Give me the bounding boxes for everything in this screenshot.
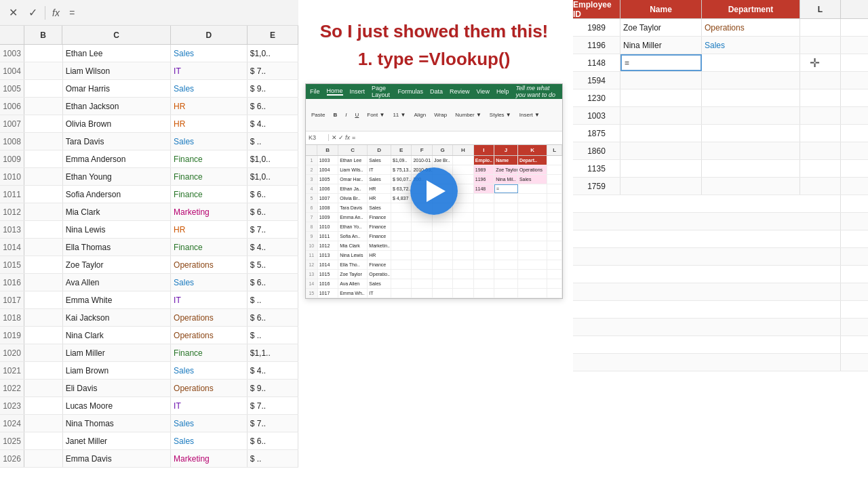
col-header-l[interactable]: L — [800, 0, 841, 18]
ribbon-tab-formulas[interactable]: Formulas — [397, 88, 423, 95]
table-row[interactable]: 1018Kai JacksonOperations$ 6.. — [0, 309, 298, 327]
mini-table-row[interactable]: 1 1003 Ethan Lee Sales $1,09.. 2010-01 J… — [306, 156, 562, 165]
mini-col-j[interactable]: J — [494, 145, 518, 155]
col-header-i[interactable]: Employee ID — [573, 0, 620, 18]
ribbon-btn-styles[interactable]: Styles ▼ — [487, 110, 514, 119]
overlay-title-line2: 1. type =Vlookup() — [358, 49, 511, 70]
ribbon-btn-underline[interactable]: U — [352, 110, 361, 119]
mini-formula-bar: K3 ✕ ✓ fx = — [306, 131, 562, 145]
table-row[interactable]: 1004Liam WilsonIT$ 7.. — [0, 62, 298, 80]
mini-table-row[interactable]: 12 1014 Ella Tho.. Finance — [306, 260, 562, 270]
mini-row-header — [306, 145, 317, 155]
table-row[interactable]: 1148 = ✛ — [573, 54, 868, 72]
ribbon-btn-wrap[interactable]: Wrap — [431, 110, 450, 119]
confirm-button[interactable]: ✓ — [25, 5, 41, 20]
ribbon-tab-file[interactable]: File — [310, 88, 320, 95]
ribbon-tab-pagelayout[interactable]: Page Layout — [372, 85, 391, 98]
mini-col-b[interactable]: B — [317, 145, 338, 155]
mini-confirm-btn[interactable]: ✓ — [338, 134, 344, 141]
formula-bar-separator — [45, 6, 45, 20]
ribbon-tab-help[interactable]: Help — [496, 88, 509, 95]
table-row[interactable]: 1003 — [573, 107, 868, 125]
mini-col-i[interactable]: I — [474, 145, 494, 155]
mini-col-headers: B C D E F G H I J K L — [306, 145, 562, 156]
table-row[interactable]: 1022Eli DavisOperations$ 9.. — [0, 380, 298, 397]
table-row[interactable]: 1020Liam MillerFinance$1,1.. — [0, 344, 298, 362]
ribbon-tab-home[interactable]: Home — [327, 87, 343, 96]
mini-table-row[interactable]: 13 1015 Zoe Taylor Operatio.. — [306, 270, 562, 279]
table-row[interactable]: 1021Liam BrownSales$ 4.. — [0, 362, 298, 380]
table-row[interactable]: 1009Emma AndersonFinance$1,0.. — [0, 150, 298, 168]
ribbon-tab-view[interactable]: View — [477, 88, 490, 95]
mini-col-g[interactable]: G — [433, 145, 453, 155]
ribbon-btn-number[interactable]: Number ▼ — [452, 110, 484, 119]
mini-table-row[interactable]: 11 1013 Nina Lewis HR — [306, 251, 562, 260]
table-row — [573, 354, 868, 371]
table-row[interactable]: 1026Emma DavisMarketing$ .. — [0, 450, 298, 468]
cancel-button[interactable]: ✕ — [5, 5, 21, 20]
play-button[interactable] — [410, 167, 458, 215]
formula-input[interactable] — [81, 7, 293, 18]
mini-col-f[interactable]: F — [412, 145, 432, 155]
table-row[interactable]: 1860 — [573, 142, 868, 160]
ribbon-btn-bold[interactable]: B — [330, 110, 340, 119]
mini-table-row[interactable]: 10 1012 Mia Clark Marketin.. — [306, 241, 562, 251]
table-row[interactable]: 1005Omar HarrisSales$ 9.. — [0, 80, 298, 98]
ribbon-btn-paste[interactable]: Paste — [309, 110, 328, 119]
ribbon-btn-font[interactable]: Font ▼ — [364, 110, 387, 119]
mini-table-row[interactable]: 15 1017 Emma Wh.. IT — [306, 289, 562, 298]
mini-col-c[interactable]: C — [338, 145, 368, 155]
play-triangle-icon — [427, 180, 446, 202]
col-header-e[interactable]: E — [248, 26, 298, 44]
mini-col-e[interactable]: E — [391, 145, 412, 155]
mini-table-row[interactable]: 9 1011 Sofia An.. Finance — [306, 232, 562, 241]
table-row[interactable]: 1135 — [573, 160, 868, 178]
cursor-icon: ✛ — [810, 56, 820, 70]
table-row[interactable]: 1196 Nina Miller Sales — [573, 37, 868, 54]
table-row[interactable]: 1989 Zoe Taylor Operations — [573, 19, 868, 37]
ribbon-btn-italic[interactable]: I — [342, 110, 349, 119]
ribbon-btn-align[interactable]: Align — [411, 110, 429, 119]
table-row[interactable]: 1012Mia ClarkMarketing$ 6.. — [0, 203, 298, 221]
overlay-title-line1: So I just showed them this! — [320, 20, 549, 43]
table-row[interactable]: 1759 — [573, 178, 868, 195]
table-row[interactable]: 1007Olivia BrownHR$ 4.. — [0, 115, 298, 133]
table-row[interactable]: 1024Nina ThomasSales$ 7.. — [0, 415, 298, 432]
col-header-k[interactable]: Department — [702, 0, 800, 18]
ribbon-tab-review[interactable]: Review — [450, 88, 470, 95]
table-row[interactable]: 1594 — [573, 72, 868, 89]
table-row[interactable]: 1025Janet MillerSales$ 6.. — [0, 432, 298, 450]
mini-col-k[interactable]: K — [518, 145, 547, 155]
table-row[interactable]: 1019Nina ClarkOperations$ .. — [0, 327, 298, 344]
table-row[interactable]: 1875 — [573, 125, 868, 142]
ribbon-tab-data[interactable]: Data — [430, 88, 443, 95]
table-row[interactable]: 1008Tara DavisSales$ .. — [0, 133, 298, 150]
table-row[interactable]: 1003Ethan LeeSales$1,0.. — [0, 45, 298, 62]
table-row[interactable]: 1011Sofia AndersonFinance$ 6.. — [0, 186, 298, 203]
table-row[interactable]: 1016Ava AllenSales$ 6.. — [0, 274, 298, 291]
col-header-b[interactable]: B — [24, 26, 62, 44]
table-row[interactable]: 1230 — [573, 89, 868, 107]
col-header-j[interactable]: Name — [620, 0, 702, 18]
table-row[interactable]: 1017Emma WhiteIT$ .. — [0, 291, 298, 309]
ribbon-tab-insert[interactable]: Insert — [350, 88, 366, 95]
table-row[interactable]: 1023Lucas MooreIT$ 7.. — [0, 397, 298, 415]
table-row[interactable]: 1015Zoe TaylorOperations$ 5.. — [0, 256, 298, 274]
ribbon-tab-tell-me[interactable]: Tell me what you want to do — [515, 85, 558, 98]
mini-col-d[interactable]: D — [368, 145, 391, 155]
ribbon-btn-insert-cells[interactable]: Insert ▼ — [517, 110, 542, 119]
table-row[interactable]: 1013Nina LewisHR$ 7.. — [0, 221, 298, 239]
col-header-c[interactable]: C — [62, 26, 171, 44]
row-num-header — [0, 26, 24, 44]
mini-table-row[interactable]: 14 1016 Ava Allen Sales — [306, 279, 562, 289]
table-row[interactable]: 1006Ethan JacksonHR$ 6.. — [0, 98, 298, 115]
ribbon-btn-size[interactable]: 11 ▼ — [390, 110, 408, 119]
table-row[interactable]: 1010Ethan YoungFinance$1,0.. — [0, 168, 298, 186]
mini-excel-wrapper: File Home Insert Page Layout Formulas Da… — [305, 83, 563, 299]
mini-col-h[interactable]: H — [453, 145, 473, 155]
table-row[interactable]: 1014Ella ThomasFinance$ 4.. — [0, 239, 298, 256]
col-header-d[interactable]: D — [171, 26, 248, 44]
mini-cancel-btn[interactable]: ✕ — [332, 134, 337, 141]
mini-table-row[interactable]: 8 1010 Ethan Yo.. Finance — [306, 222, 562, 232]
mini-col-l[interactable]: L — [547, 145, 562, 155]
